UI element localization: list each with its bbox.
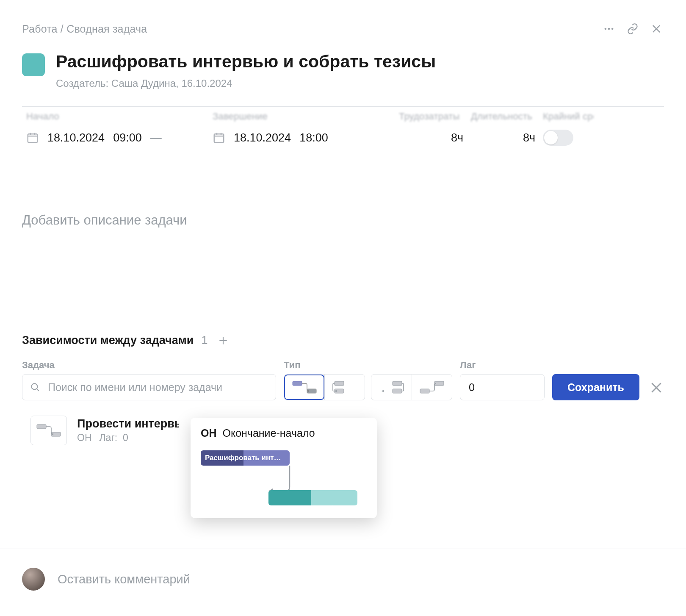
avatar[interactable]: [22, 568, 45, 591]
link-icon[interactable]: [625, 21, 640, 36]
dependencies-title: Зависимости между задачами: [22, 334, 194, 347]
breadcrumb[interactable]: Работа / Сводная задача: [22, 23, 147, 35]
dependency-search-input[interactable]: [22, 374, 276, 400]
end-date: 18.10.2024: [234, 131, 291, 144]
col-label-end: Завершение: [213, 111, 399, 122]
field-label-task: Задача: [22, 360, 276, 371]
start-date: 18.10.2024: [47, 131, 105, 144]
breadcrumb-sep: /: [58, 23, 66, 35]
svg-point-1: [608, 28, 610, 30]
dep-type-finish-start[interactable]: [284, 375, 324, 400]
comment-input-placeholder[interactable]: Оставить комментарий: [58, 572, 190, 586]
dep-type-start-finish[interactable]: [412, 375, 452, 400]
dependency-item-type-abbr: ОН: [77, 432, 92, 444]
svg-rect-12: [420, 389, 429, 393]
dependency-item-lag-label: Лаг:: [100, 432, 118, 443]
search-icon: [30, 382, 41, 393]
svg-rect-3: [28, 134, 38, 142]
effort-value[interactable]: 8ч: [399, 131, 471, 144]
svg-point-0: [605, 28, 607, 30]
dependency-item-title: Провести интервью с к: [77, 417, 179, 430]
dep-type-tooltip: ОН Окончание-начало Расшифровать инт…: [191, 418, 377, 518]
svg-rect-10: [393, 381, 402, 386]
lag-input[interactable]: [460, 374, 545, 400]
calendar-icon: [213, 131, 225, 144]
end-date-cell[interactable]: 18.10.2024 18:00: [213, 131, 399, 144]
dep-type-start-start[interactable]: [324, 375, 365, 400]
breadcrumb-current[interactable]: Сводная задача: [66, 23, 147, 35]
gantt-bar-predecessor: Расшифровать инт…: [201, 450, 290, 466]
svg-point-2: [611, 28, 614, 30]
dependency-type-group: [284, 374, 452, 400]
svg-rect-14: [37, 425, 46, 429]
svg-rect-8: [335, 381, 344, 386]
svg-rect-4: [214, 134, 224, 142]
breadcrumb-root[interactable]: Работа: [22, 23, 58, 35]
svg-rect-6: [293, 381, 302, 386]
col-label-duration: Длительность: [471, 111, 543, 122]
dependency-item-lag-value: 0: [123, 432, 128, 443]
svg-rect-11: [393, 389, 402, 393]
dep-type-abbr: ОН: [201, 427, 217, 439]
description-placeholder[interactable]: Добавить описание задачи: [22, 213, 664, 228]
start-time: 09:00: [113, 131, 142, 144]
calendar-icon: [26, 131, 39, 144]
task-creator-line: Создатель: Саша Дудина, 16.10.2024: [56, 78, 436, 89]
more-icon[interactable]: [601, 21, 617, 36]
dep-type-full-name: Окончание-начало: [223, 427, 315, 439]
task-status-color-chip[interactable]: [22, 53, 45, 76]
dep-type-gantt-preview: Расшифровать инт…: [201, 448, 367, 507]
col-label-effort: Трудозатраты: [399, 111, 471, 122]
dependency-item-type-icon: [30, 416, 67, 445]
date-dash: —: [150, 131, 166, 144]
field-label-type: Тип: [284, 360, 452, 371]
dep-type-finish-finish[interactable]: [371, 375, 412, 400]
field-label-lag: Лаг: [460, 360, 545, 371]
task-title[interactable]: Расшифровать интервью и собрать тезисы: [56, 52, 436, 72]
add-dependency-button[interactable]: [218, 335, 229, 346]
end-time: 18:00: [299, 131, 328, 144]
deadline-toggle[interactable]: [543, 130, 594, 146]
dependencies-count: 1: [201, 334, 207, 347]
cancel-dependency-icon[interactable]: [649, 380, 664, 395]
save-button[interactable]: Сохранить: [552, 374, 639, 400]
duration-value[interactable]: 8ч: [471, 131, 543, 144]
svg-point-5: [31, 383, 37, 389]
col-label-start: Начало: [26, 111, 213, 122]
close-icon[interactable]: [649, 21, 664, 36]
gantt-bar-successor: [268, 490, 357, 505]
col-label-deadline: Крайний срок: [543, 111, 594, 122]
start-date-cell[interactable]: 18.10.2024 09:00 —: [26, 131, 213, 144]
